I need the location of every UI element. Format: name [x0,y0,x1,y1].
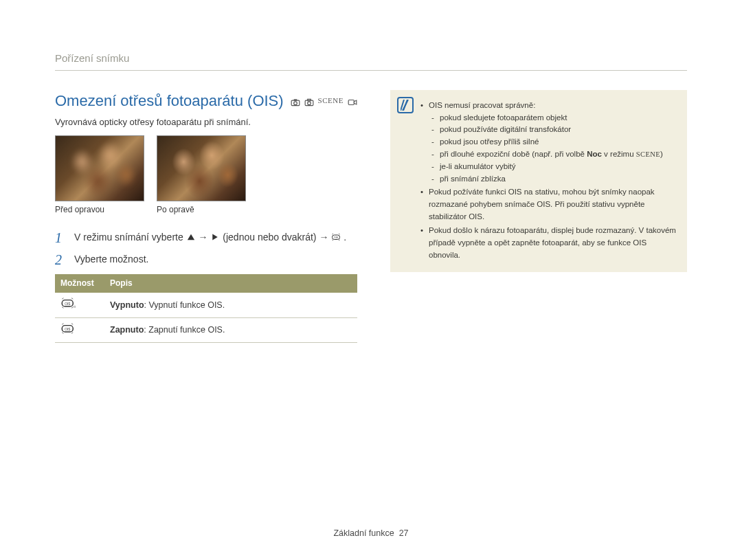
col-desc-header: Popis [104,274,357,293]
svg-text:OFF: OFF [74,306,76,309]
col-option-header: Možnost [55,274,104,293]
note-head: OIS nemusí pracovat správně: [429,101,535,109]
table-row: OIS Zapnuto: Zapnutí funkce OIS. [55,317,357,342]
svg-point-5 [307,102,311,105]
mode-icons: SCENE [291,90,357,112]
ois-on-icon: OIS [60,323,76,337]
row-desc: : Zapnutí funkce OIS. [144,325,225,335]
caption-after: Po opravě [157,204,246,216]
video-icon [348,90,357,112]
step1-pre: V režimu snímání vyberte [74,232,186,243]
step-2: 2 Vyberte možnost. [55,252,357,267]
step2-text: Vyberte možnost. [74,252,148,267]
note-noc-bold: Noc [587,150,602,158]
info-note: OIS nemusí pracovat správně: pokud sledu… [390,90,687,273]
row-label: Zapnuto [110,325,144,335]
camera-icon [291,90,300,112]
footer-label: Základní funkce [333,528,394,538]
row-label: Vypnuto [110,300,144,310]
step-number: 2 [55,252,66,267]
svg-text:OIS: OIS [334,236,339,239]
caption-before: Před opravou [55,204,144,216]
scene-mode-label: SCENE [636,150,660,158]
step1-post: . [344,232,346,243]
note-noc-close: ) [660,150,663,158]
svg-rect-1 [293,99,297,100]
note-sub-item: při snímání zblízka [431,173,676,186]
table-row: OISOFF Vypnuto: Vypnutí funkce OIS. [55,293,357,317]
note-bullet: Pokud požíváte funkci OIS na stativu, mo… [420,186,676,223]
breadcrumb: Pořízení snímku [55,51,687,71]
photo-before [55,135,144,201]
row-desc: : Vypnutí funkce OIS. [144,300,225,310]
note-sub-item: pokud sledujete fotoaparátem objekt [431,112,676,124]
example-photos [55,135,357,201]
right-arrow-icon [210,230,220,245]
step-1: 1 V režimu snímání vyberte → (jednou neb… [55,230,357,245]
camera-outline-icon [304,90,314,112]
options-table: Možnost Popis OISOFF Vypnuto: Vypnutí fu… [55,274,357,343]
note-sub-item: je-li akumulátor vybitý [431,161,676,173]
footer-page: 27 [399,528,409,538]
note-sub-text: při dlouhé expoziční době (např. při vol… [440,150,587,158]
note-sub-item: pokud používáte digitální transfokátor [431,124,676,136]
step1-mid1: → [199,232,211,243]
title-text: Omezení otřesů fotoaparátu (OIS) [55,90,284,112]
note-sub-item: při dlouhé expoziční době (např. při vol… [431,148,676,161]
ois-off-icon: OISOFF [60,298,76,312]
svg-text:OIS: OIS [65,302,70,306]
scene-mode-label: SCENE [318,96,344,107]
step1-mid2: (jednou nebo dvakrát) → [223,232,331,243]
note-noc-tail: v režimu [602,150,636,158]
page-footer: Základní funkce 27 [0,527,742,539]
svg-rect-6 [348,100,354,104]
svg-point-2 [293,102,297,105]
note-sub-item: pokud jsou otřesy příliš silné [431,136,676,148]
intro-text: Vyrovnává opticky otřesy fotoaparátu při… [55,116,357,129]
info-icon [397,97,414,113]
photo-after [157,135,246,201]
svg-text:OIS: OIS [65,327,70,331]
ois-icon: OIS [331,230,341,245]
section-title: Omezení otřesů fotoaparátu (OIS) SCENE [55,90,357,112]
note-bullet: Pokud došlo k nárazu fotoaparátu, disple… [420,225,676,261]
step-number: 1 [55,230,66,245]
up-arrow-icon [186,230,196,245]
